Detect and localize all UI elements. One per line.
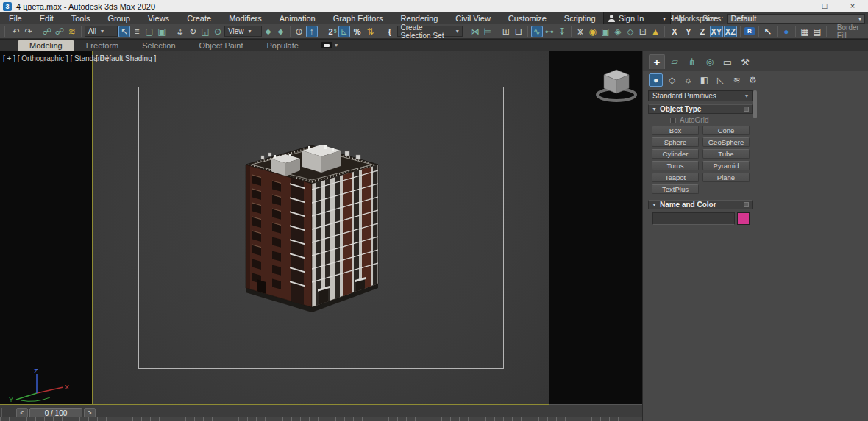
cylinder-button[interactable]: Cylinder <box>652 149 699 159</box>
tab-hierarchy[interactable]: ⋔ <box>684 54 700 69</box>
rendered-frame-window-icon[interactable]: ◈ <box>612 26 624 37</box>
rectangular-selection-region-icon[interactable]: ▢ <box>143 26 155 37</box>
close-button[interactable]: × <box>839 0 867 12</box>
ribbon-tab-modeling[interactable]: Modeling <box>18 40 74 51</box>
select-and-manipulate-icon[interactable]: ⊕ <box>294 26 305 37</box>
snaps-toggle-icon[interactable]: 25 <box>324 26 338 37</box>
reference-coordinate-dropdown[interactable]: View ▾ <box>224 26 262 37</box>
workspace-dropdown[interactable]: Default ▾ <box>727 14 865 24</box>
tube-button[interactable]: Tube <box>702 149 750 159</box>
object-type-rollout-header[interactable]: ▼ Object Type <box>648 104 753 114</box>
building-model[interactable] <box>221 132 398 323</box>
use-pivot-point-icon[interactable]: ◆ <box>263 26 274 37</box>
category-systems-icon[interactable]: ⚙ <box>746 73 760 87</box>
menu-modifiers[interactable]: Modifiers <box>220 12 271 24</box>
pin-icon[interactable] <box>744 107 749 112</box>
keyboard-shortcut-override-icon[interactable]: ↑ <box>306 26 318 37</box>
angle-snap-toggle-icon[interactable]: ⊾ <box>338 26 350 37</box>
category-space-warps-icon[interactable]: ≋ <box>730 73 744 87</box>
pyramid-button[interactable]: Pyramid <box>702 161 750 170</box>
toolbar-drag-handle[interactable] <box>4 26 7 37</box>
render-queue-icon[interactable]: ⊡ <box>637 26 649 37</box>
axis-x-button[interactable]: X <box>668 26 681 37</box>
cone-button[interactable]: Cone <box>702 126 750 135</box>
curve-editor-icon[interactable]: ∿ <box>531 26 543 37</box>
plane-button[interactable]: Plane <box>702 173 750 182</box>
name-and-color-rollout-header[interactable]: ▼ Name and Color <box>648 200 753 209</box>
ribbon-tab-freeform[interactable]: Freeform <box>74 40 131 51</box>
selection-filter-dropdown[interactable]: All ▾ <box>85 26 118 37</box>
menu-edit[interactable]: Edit <box>31 12 63 24</box>
edit-named-selection-sets-icon[interactable]: { <box>383 26 396 37</box>
torus-button[interactable]: Torus <box>652 161 699 170</box>
range-bar-icon[interactable]: ↧ <box>556 26 568 37</box>
category-shapes-icon[interactable]: ◇ <box>665 73 679 87</box>
time-slider[interactable]: 0 / 100 <box>29 408 82 418</box>
grid-tool-b-icon[interactable]: ▤ <box>811 26 823 37</box>
category-lights-icon[interactable]: ☼ <box>681 73 695 87</box>
undo-icon[interactable]: ↶ <box>10 26 22 37</box>
select-and-scale-icon[interactable]: ◱ <box>199 26 211 37</box>
primitive-category-dropdown[interactable]: Standard Primitives ▾ <box>648 90 753 101</box>
menu-file[interactable]: File <box>0 12 31 24</box>
axis-y-button[interactable]: Y <box>682 26 695 37</box>
sphere-button[interactable]: Sphere <box>652 137 699 147</box>
ribbon-minimize-button[interactable]: ▾ <box>321 42 338 48</box>
select-and-move-icon[interactable]: ↔↕ <box>174 26 186 37</box>
side-viewport-left[interactable]: X Y Z <box>0 51 92 405</box>
previous-frame-button[interactable]: < <box>16 408 28 418</box>
object-name-field[interactable] <box>652 212 735 225</box>
tab-create[interactable]: + <box>649 54 665 69</box>
active-viewport[interactable]: [ Default Shading ] <box>92 51 549 405</box>
propagate-icon[interactable]: ⋇ <box>574 26 586 37</box>
category-cameras-icon[interactable]: ◧ <box>697 73 711 87</box>
schematic-view-icon[interactable]: ⊶ <box>544 26 555 37</box>
spinner-snap-toggle-icon[interactable]: ⇅ <box>365 26 377 37</box>
redo-icon[interactable]: ↷ <box>23 26 35 37</box>
percent-snap-toggle-icon[interactable]: % <box>351 26 364 37</box>
render-production-icon[interactable]: ◇ <box>625 26 636 37</box>
pin-icon[interactable] <box>744 202 749 207</box>
panel-scrollbar[interactable] <box>753 90 757 118</box>
rapidtools-badge-icon[interactable]: R <box>744 26 755 37</box>
object-color-swatch[interactable] <box>737 212 750 225</box>
tab-modify[interactable]: ▱ <box>666 54 683 69</box>
tab-utilities[interactable]: ⚒ <box>737 54 753 69</box>
cursor-tool-icon[interactable]: ↖ <box>762 26 774 37</box>
tab-display[interactable]: ▭ <box>719 54 736 69</box>
menu-create[interactable]: Create <box>178 12 220 24</box>
material-editor-icon[interactable]: ◉ <box>587 26 599 37</box>
timeline-drag-handle[interactable] <box>1 408 4 418</box>
sign-in-button[interactable]: Sign In ▾ <box>603 12 671 24</box>
unlink-selection-icon[interactable]: ☍ <box>54 26 65 37</box>
next-frame-button[interactable]: > <box>84 408 96 418</box>
menu-tools[interactable]: Tools <box>63 12 99 24</box>
render-setup-icon[interactable]: ▣ <box>600 26 611 37</box>
viewport-label[interactable]: [ + ] [ Orthographic ] [ Standard ] <box>3 54 108 62</box>
ribbon-tab-populate[interactable]: Populate <box>255 40 310 51</box>
plane-xy-button[interactable]: XY <box>710 26 723 37</box>
autogrid-checkbox[interactable] <box>670 118 676 123</box>
window-crossing-icon[interactable]: ▣ <box>156 26 168 37</box>
view-cube[interactable] <box>594 65 639 107</box>
select-link-icon[interactable]: ☍ <box>41 26 53 37</box>
menu-customize[interactable]: Customize <box>499 12 555 24</box>
menu-views[interactable]: Views <box>139 12 178 24</box>
align-icon[interactable]: ⊨ <box>482 26 494 37</box>
side-viewport-right[interactable] <box>549 51 642 405</box>
minimize-button[interactable]: – <box>783 0 811 12</box>
category-geometry-icon[interactable]: ● <box>649 73 663 87</box>
bind-to-space-warp-icon[interactable]: ≋ <box>66 26 78 37</box>
ribbon-tab-object-paint[interactable]: Object Paint <box>188 40 255 51</box>
textplus-button[interactable]: TextPlus <box>652 184 699 194</box>
teapot-button[interactable]: Teapot <box>652 173 699 182</box>
menu-graph-editors[interactable]: Graph Editors <box>324 12 392 24</box>
toggle-layer-explorer-icon[interactable]: ⊟ <box>513 26 524 37</box>
menu-scripting[interactable]: Scripting <box>555 12 605 24</box>
maximize-button[interactable]: □ <box>811 0 839 12</box>
warning-icon[interactable]: ▲ <box>650 26 661 37</box>
grid-tool-a-icon[interactable]: ▦ <box>799 26 811 37</box>
menu-animation[interactable]: Animation <box>271 12 324 24</box>
mirror-icon[interactable]: ⋈ <box>469 26 481 37</box>
track-bar-ticks[interactable] <box>0 417 642 421</box>
